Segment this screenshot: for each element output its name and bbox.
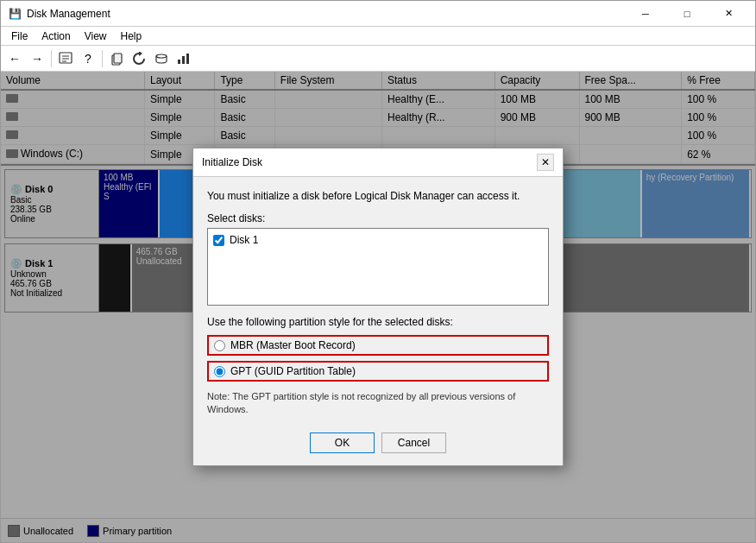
menu-help[interactable]: Help — [114, 28, 149, 44]
mbr-radio[interactable] — [214, 340, 225, 351]
initialize-disk-dialog: Initialize Disk ✕ You must initialize a … — [192, 148, 564, 466]
partition-radio-group: MBR (Master Boot Record) GPT (GUID Parti… — [207, 335, 549, 382]
menu-action[interactable]: Action — [35, 28, 77, 44]
svg-rect-7 — [178, 60, 180, 64]
mbr-option[interactable]: MBR (Master Boot Record) — [207, 335, 549, 356]
svg-rect-8 — [182, 56, 185, 64]
gpt-radio[interactable] — [214, 366, 225, 377]
svg-rect-5 — [114, 54, 122, 63]
toolbar: ← → ? — [1, 46, 755, 72]
menu-file[interactable]: File — [4, 28, 35, 44]
copy-button[interactable] — [106, 48, 127, 69]
maximize-button[interactable]: □ — [667, 1, 707, 27]
svg-point-6 — [156, 54, 167, 58]
dialog-description: You must initialize a disk before Logica… — [207, 189, 549, 204]
cancel-button[interactable]: Cancel — [381, 433, 446, 453]
main-window: 💾 Disk Management ─ □ ✕ File Action View… — [0, 0, 756, 543]
mbr-label: MBR (Master Boot Record) — [230, 339, 356, 351]
title-bar-controls: ─ □ ✕ — [626, 1, 748, 27]
dialog-note: Note: The GPT partition style is not rec… — [207, 390, 549, 417]
minimize-button[interactable]: ─ — [626, 1, 665, 27]
disk-select-item: Disk 1 — [211, 232, 545, 248]
main-content: Volume Layout Type File System Status Ca… — [1, 72, 755, 542]
window-title: Disk Management — [27, 8, 626, 20]
disk-select-box[interactable]: Disk 1 — [207, 228, 549, 306]
menu-view[interactable]: View — [78, 28, 114, 44]
back-button[interactable]: ← — [4, 48, 25, 69]
dialog-buttons: OK Cancel — [207, 429, 549, 453]
toolbar-sep-2 — [102, 50, 103, 67]
ok-button[interactable]: OK — [310, 433, 375, 453]
modal-overlay: Initialize Disk ✕ You must initialize a … — [1, 72, 755, 542]
disk-button[interactable] — [151, 48, 172, 69]
svg-rect-9 — [186, 54, 189, 64]
disk1-checkbox[interactable] — [213, 235, 224, 246]
forward-button[interactable]: → — [27, 48, 47, 69]
help-button[interactable]: ? — [78, 48, 98, 69]
close-button[interactable]: ✕ — [709, 1, 748, 27]
gpt-option[interactable]: GPT (GUID Partition Table) — [207, 361, 549, 382]
menu-bar: File Action View Help — [1, 27, 755, 46]
chart-button[interactable] — [173, 48, 194, 69]
toolbar-sep-1 — [51, 50, 52, 67]
gpt-label: GPT (GUID Partition Table) — [230, 365, 356, 377]
dialog-title-bar: Initialize Disk ✕ — [193, 148, 563, 177]
partition-style-label: Use the following partition style for th… — [207, 316, 549, 328]
title-bar: 💾 Disk Management ─ □ ✕ — [1, 1, 755, 27]
refresh-button[interactable] — [129, 48, 149, 69]
properties-button[interactable] — [55, 48, 76, 69]
dialog-body: You must initialize a disk before Logica… — [193, 177, 563, 465]
window-icon: 💾 — [8, 7, 22, 21]
dialog-title: Initialize Disk — [202, 156, 262, 168]
select-disks-label: Select disks: — [207, 212, 549, 224]
dialog-close-button[interactable]: ✕ — [537, 154, 554, 171]
disk1-select-label: Disk 1 — [230, 234, 258, 246]
